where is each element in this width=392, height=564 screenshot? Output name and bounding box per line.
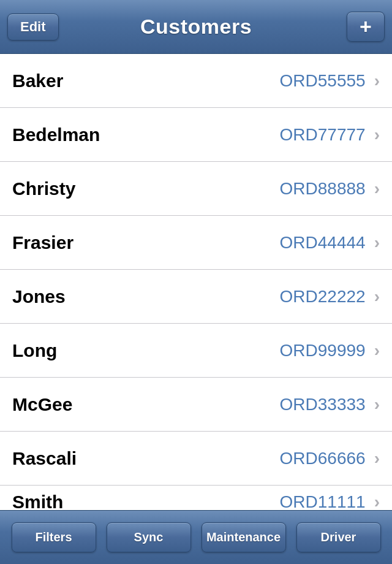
order-number: ORD11111 <box>280 492 366 512</box>
customer-right: ORD99999 › <box>280 341 380 360</box>
customer-right: ORD22222 › <box>280 287 380 307</box>
chevron-icon: › <box>374 395 380 414</box>
customer-right: ORD33333 › <box>280 395 380 414</box>
filters-button[interactable]: Filters <box>12 522 96 552</box>
table-row[interactable]: McGee ORD33333 › <box>0 378 392 432</box>
customer-right: ORD55555 › <box>280 71 380 91</box>
customer-right: ORD77777 › <box>280 125 380 145</box>
table-row[interactable]: Jones ORD22222 › <box>0 270 392 324</box>
order-number: ORD88888 <box>280 179 366 199</box>
customer-name: Frasier <box>12 232 74 253</box>
customer-right: ORD66666 › <box>280 449 380 468</box>
table-row[interactable]: Long ORD99999 › <box>0 324 392 378</box>
customer-right: ORD11111 › <box>280 492 380 512</box>
add-button[interactable]: + <box>347 12 385 42</box>
table-row[interactable]: Bedelman ORD77777 › <box>0 108 392 162</box>
table-row[interactable]: Christy ORD88888 › <box>0 162 392 216</box>
chevron-icon: › <box>374 179 380 199</box>
order-number: ORD22222 <box>280 287 366 307</box>
table-row[interactable]: Rascali ORD66666 › <box>0 432 392 486</box>
customer-name: Long <box>12 340 57 361</box>
chevron-icon: › <box>374 492 380 512</box>
customer-name: Jones <box>12 286 66 307</box>
bottom-toolbar: Filters Sync Maintenance Driver <box>0 510 392 564</box>
edit-button[interactable]: Edit <box>7 13 59 40</box>
order-number: ORD44444 <box>280 233 366 253</box>
sync-button[interactable]: Sync <box>107 522 191 552</box>
driver-button[interactable]: Driver <box>296 522 381 552</box>
customer-name: Bedelman <box>12 124 100 145</box>
customer-right: ORD44444 › <box>280 233 380 253</box>
customer-name: Christy <box>12 178 75 199</box>
order-number: ORD77777 <box>280 125 366 145</box>
maintenance-button[interactable]: Maintenance <box>202 522 286 552</box>
customer-name: Baker <box>12 70 63 91</box>
table-row[interactable]: Frasier ORD44444 › <box>0 216 392 270</box>
order-number: ORD99999 <box>280 341 366 360</box>
order-number: ORD66666 <box>280 449 366 468</box>
customer-right: ORD88888 › <box>280 179 380 199</box>
customer-list: Baker ORD55555 › Bedelman ORD77777 › Chr… <box>0 54 392 564</box>
chevron-icon: › <box>374 287 380 307</box>
chevron-icon: › <box>374 341 380 360</box>
chevron-icon: › <box>374 233 380 253</box>
nav-bar: Edit Customers + <box>0 0 392 54</box>
order-number: ORD55555 <box>280 71 366 91</box>
customer-name: Rascali <box>12 448 77 469</box>
page-title: Customers <box>140 15 252 39</box>
chevron-icon: › <box>374 449 380 468</box>
order-number: ORD33333 <box>280 395 366 414</box>
table-row[interactable]: Baker ORD55555 › <box>0 54 392 108</box>
customer-name: Smith <box>12 492 63 513</box>
chevron-icon: › <box>374 125 380 145</box>
chevron-icon: › <box>374 71 380 91</box>
customer-name: McGee <box>12 394 72 415</box>
